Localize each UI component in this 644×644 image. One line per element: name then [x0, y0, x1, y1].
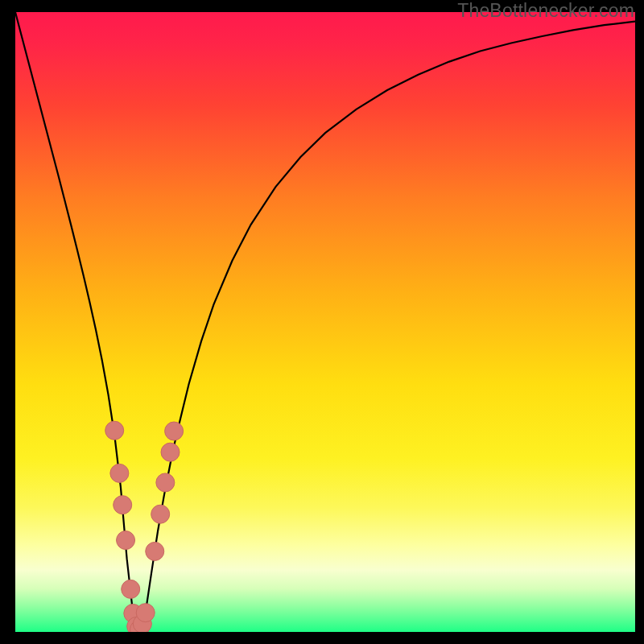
data-marker: [105, 421, 124, 440]
data-marker: [110, 464, 129, 482]
plot-area: [15, 12, 635, 632]
data-marker: [161, 443, 180, 461]
data-marker: [114, 496, 132, 514]
watermark-text: TheBottlenecker.com: [457, 0, 634, 22]
data-marker: [165, 422, 184, 440]
bottleneck-curve: [15, 12, 635, 630]
data-marker: [151, 505, 170, 523]
data-marker: [136, 604, 155, 622]
data-marker: [146, 542, 164, 560]
data-marker: [156, 473, 175, 492]
curve-layer: [15, 12, 635, 632]
data-marker: [122, 580, 140, 598]
data-marker: [117, 531, 135, 550]
chart-frame: TheBottlenecker.com: [0, 0, 644, 644]
